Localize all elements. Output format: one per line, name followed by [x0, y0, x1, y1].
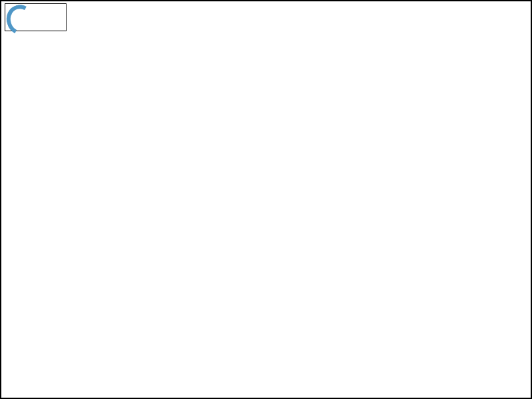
- skymap-polar-plot: [29, 41, 364, 376]
- positive-marker-legend: [444, 262, 447, 272]
- logo-crescent-icon: [3, 1, 39, 39]
- showskymap-window: [0, 0, 532, 399]
- negative-marker-legend: [444, 341, 447, 351]
- doppler-colorbar: [394, 227, 408, 384]
- lowell-digisonde-logo: [5, 3, 66, 31]
